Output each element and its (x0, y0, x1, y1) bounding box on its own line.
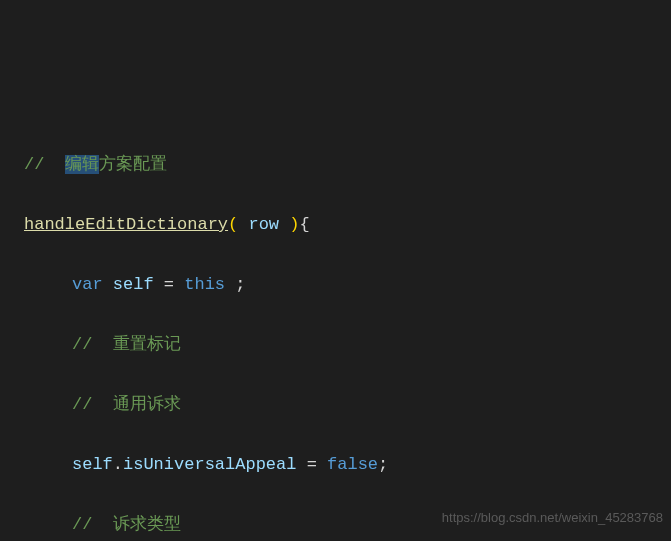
variable: self (72, 455, 113, 474)
comment-text: // 诉求类型 (72, 515, 181, 534)
watermark-text: https://blog.csdn.net/weixin_45283768 (442, 503, 663, 533)
comment-text: // 重置标记 (72, 335, 181, 354)
property: isUniversalAppeal (123, 455, 296, 474)
comment-text: // 通用诉求 (72, 395, 181, 414)
code-line: // 编辑方案配置 (24, 150, 671, 180)
code-line: self.isUniversalAppeal = false; (24, 450, 671, 480)
keyword-this: this (184, 275, 225, 294)
comment-text: // (24, 155, 65, 174)
variable: self (113, 275, 154, 294)
keyword-var: var (72, 275, 103, 294)
paren: ) (289, 215, 299, 234)
paren: ( (228, 215, 238, 234)
code-line: // 重置标记 (24, 330, 671, 360)
function-declaration: handleEditDictionary (24, 215, 228, 234)
comment-text: 方案配置 (99, 155, 167, 174)
brace: { (299, 215, 309, 234)
selected-text: 编辑 (65, 155, 99, 174)
keyword-false: false (327, 455, 378, 474)
code-editor-content[interactable]: // 编辑方案配置 handleEditDictionary( row ){ v… (24, 120, 671, 541)
code-line: var self = this ; (24, 270, 671, 300)
parameter: row (248, 215, 279, 234)
code-line: // 通用诉求 (24, 390, 671, 420)
code-line: handleEditDictionary( row ){ (24, 210, 671, 240)
